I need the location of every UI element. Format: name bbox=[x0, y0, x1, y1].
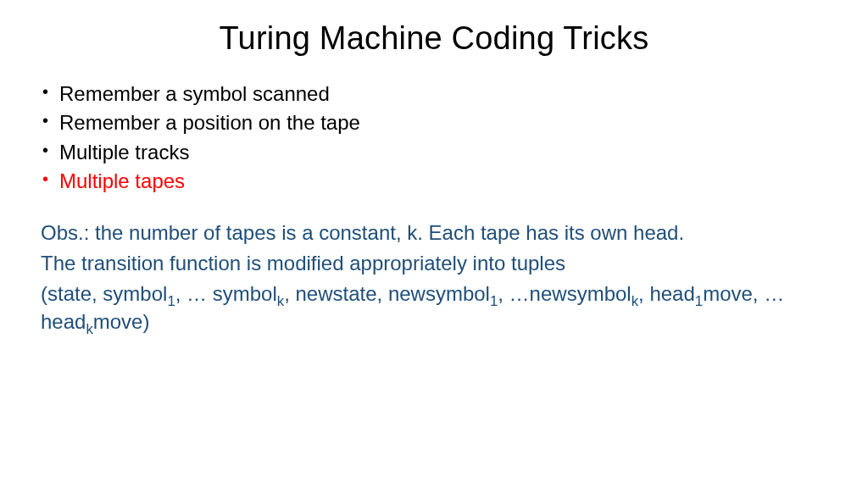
tuple-text: , newstate, newsymbol bbox=[284, 282, 490, 305]
tuple-text: , … symbol bbox=[175, 282, 277, 305]
subscript: k bbox=[277, 293, 284, 309]
observation-block: Obs.: the number of tapes is a constant,… bbox=[41, 219, 827, 336]
tuple-text: , head bbox=[638, 282, 695, 305]
bullet-item-highlight: Multiple tapes bbox=[41, 168, 827, 195]
subscript: k bbox=[86, 321, 92, 337]
subscript: k bbox=[632, 293, 638, 309]
tuple-text: (state, symbol bbox=[41, 282, 167, 305]
bullet-item: Remember a position on the tape bbox=[41, 109, 827, 136]
bullet-list: Remember a symbol scanned Remember a pos… bbox=[41, 80, 827, 196]
slide-title: Turing Machine Coding Tricks bbox=[41, 20, 827, 57]
tuple-text: move) bbox=[93, 310, 150, 333]
subscript: 1 bbox=[695, 293, 703, 309]
bullet-item: Multiple tracks bbox=[41, 139, 827, 166]
observation-tuple: (state, symbol1, … symbolk, newstate, ne… bbox=[41, 280, 827, 336]
observation-line: Obs.: the number of tapes is a constant,… bbox=[41, 219, 827, 247]
subscript: 1 bbox=[167, 293, 175, 309]
subscript: 1 bbox=[490, 293, 498, 309]
slide: Turing Machine Coding Tricks Remember a … bbox=[0, 0, 868, 488]
bullet-item: Remember a symbol scanned bbox=[41, 80, 827, 108]
observation-line: The transition function is modified appr… bbox=[41, 250, 827, 277]
tuple-text: , …newsymbol bbox=[498, 282, 631, 305]
